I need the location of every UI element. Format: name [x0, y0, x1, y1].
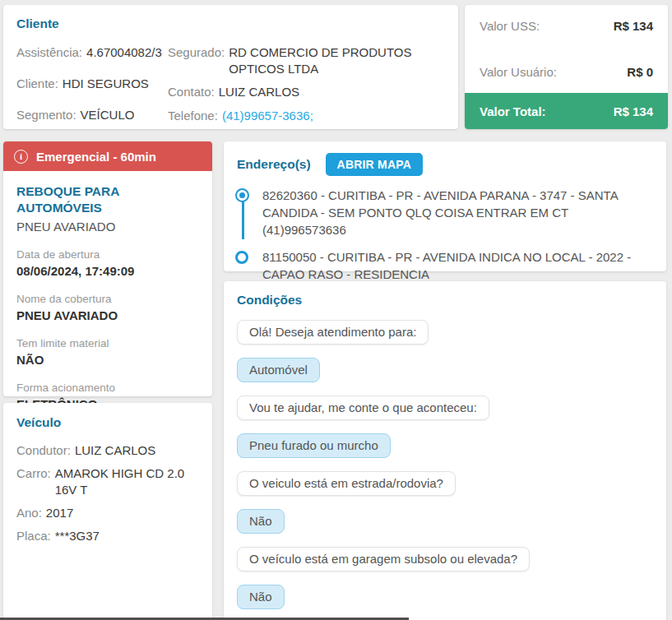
driver-label: Condutor: — [16, 442, 71, 459]
coverage-name-label: Nome da cobertura — [16, 292, 199, 306]
service-subtitle: PNEU AVARIADO — [16, 219, 199, 235]
phone-label: Telefone: — [168, 108, 218, 124]
phone-field: Telefone: (41)99657-3636; — [168, 108, 445, 124]
chat-bubble-answer: Pneu furado ou murcho — [237, 433, 391, 458]
client-label: Cliente: — [16, 76, 58, 92]
valor-total-value: R$ 134 — [614, 104, 653, 118]
address-card: Endereço(s) ABRIR MAPA 82620360 - CURITI… — [224, 141, 666, 271]
address-timeline: 82620360 - CURITIBA - PR - AVENIDA PARAN… — [237, 187, 653, 283]
open-map-button[interactable]: ABRIR MAPA — [326, 153, 423, 176]
client-value: HDI SEGUROS — [63, 76, 149, 92]
destination-address-text: 81150050 - CURITIBA - PR - AVENIDA INDIC… — [262, 250, 631, 281]
driver-value: LUIZ CARLOS — [75, 442, 155, 459]
chat-bubble-answer: Não — [237, 585, 285, 609]
valor-uss-row: Valor USS: R$ 134 — [480, 18, 653, 35]
year-label: Ano: — [16, 505, 42, 521]
opening-date-group: Data de abertura 08/06/2024, 17:49:09 — [16, 248, 199, 280]
valor-usuario-value: R$ 0 — [627, 64, 653, 81]
vehicle-card: Veículo Condutor: LUIZ CARLOS Carro: AMA… — [3, 403, 212, 620]
valor-uss-value: R$ 134 — [614, 18, 653, 35]
valor-usuario-row: Valor Usuário: R$ 0 — [480, 64, 653, 81]
conditions-card: Condições Olá! Deseja atendimento para: … — [224, 281, 666, 620]
emergency-banner: i Emergencial - 60min — [3, 141, 212, 171]
vehicle-card-title: Veículo — [16, 415, 199, 430]
contact-value: LUIZ CARLOS — [219, 84, 299, 100]
insured-field: Segurado: RD COMERCIO DE PRODUTOS OPTICO… — [168, 44, 445, 77]
emergency-banner-label: Emergencial - 60min — [36, 150, 156, 164]
chat-bubble-question: O veículo está em garagem subsolo ou ele… — [237, 547, 530, 571]
coverage-name-value: PNEU AVARIADO — [16, 308, 199, 324]
plate-field: Placa: ***3G37 — [16, 528, 199, 544]
plate-value: ***3G37 — [55, 528, 100, 544]
origin-point-icon — [235, 188, 249, 202]
client-card-title: Cliente — [16, 16, 445, 31]
address-card-title: Endereço(s) — [237, 157, 311, 172]
material-limit-group: Tem limite material NÃO — [16, 336, 199, 368]
opening-date-label: Data de abertura — [16, 248, 199, 261]
origin-address-text: 82620360 - CURITIBA - PR - AVENIDA PARAN… — [262, 188, 618, 237]
chat-bubble-answer: Automóvel — [237, 358, 320, 382]
valor-total-label: Valor Total: — [480, 104, 546, 118]
year-field: Ano: 2017 — [16, 505, 199, 521]
valor-total-bar: Valor Total: R$ 134 — [465, 93, 668, 129]
destination-point-icon — [235, 251, 248, 264]
chat-bubble-question: Olá! Deseja atendimento para: — [237, 320, 429, 345]
year-value: 2017 — [46, 505, 73, 521]
plate-label: Placa: — [16, 528, 51, 544]
material-limit-label: Tem limite material — [16, 336, 199, 350]
segment-value: VEÍCULO — [81, 107, 135, 123]
client-card: Cliente Assistência: 4.67004082/3 Client… — [3, 5, 458, 129]
insured-label: Segurado: — [168, 44, 225, 61]
valor-uss-label: Valor USS: — [480, 18, 540, 35]
car-label: Carro: — [16, 465, 51, 482]
service-card: i Emergencial - 60min REBOQUE PARA AUTOM… — [3, 141, 212, 396]
activation-form-label: Forma acionamento — [16, 381, 199, 395]
contact-label: Contato: — [168, 84, 215, 100]
info-icon: i — [14, 150, 28, 164]
assistance-field: Assistência: 4.67004082/3 — [16, 44, 168, 61]
origin-address-row: 82620360 - CURITIBA - PR - AVENIDA PARAN… — [237, 187, 653, 238]
assistance-value: 4.67004082/3 — [86, 44, 162, 61]
material-limit-value: NÃO — [16, 352, 199, 368]
service-name: REBOQUE PARA AUTOMÓVEIS — [16, 183, 199, 216]
assistance-label: Assistência: — [16, 44, 82, 61]
insured-value: RD COMERCIO DE PRODUTOS OPTICOS LTDA — [229, 44, 445, 77]
phone-link[interactable]: (41)99657-3636; — [222, 108, 313, 124]
opening-date-value: 08/06/2024, 17:49:09 — [16, 263, 199, 280]
chat-bubble-question: Vou te ajudar, me conte o que aconteceu: — [237, 396, 489, 420]
values-card: Valor USS: R$ 134 Valor Usuário: R$ 0 Va… — [465, 5, 668, 129]
conditions-card-title: Condições — [237, 293, 653, 308]
segment-label: Segmento: — [16, 107, 76, 123]
car-value: AMAROK HIGH CD 2.0 16V T — [55, 465, 199, 498]
car-field: Carro: AMAROK HIGH CD 2.0 16V T — [16, 465, 199, 498]
valor-usuario-label: Valor Usuário: — [480, 64, 557, 81]
client-field: Cliente: HDI SEGUROS — [16, 76, 168, 92]
chat-bubble-question: O veiculo está em estrada/rodovia? — [237, 471, 456, 496]
driver-field: Condutor: LUIZ CARLOS — [16, 442, 199, 459]
destination-address-row: 81150050 - CURITIBA - PR - AVENIDA INDIC… — [237, 248, 653, 283]
client-fields-left: Assistência: 4.67004082/3 Cliente: HDI S… — [16, 44, 168, 138]
segment-field: Segmento: VEÍCULO — [16, 107, 168, 123]
coverage-name-group: Nome da cobertura PNEU AVARIADO — [16, 292, 199, 324]
chat-bubble-answer: Não — [237, 509, 285, 534]
contact-field: Contato: LUIZ CARLOS — [168, 84, 445, 100]
client-fields-right: Segurado: RD COMERCIO DE PRODUTOS OPTICO… — [168, 44, 445, 138]
